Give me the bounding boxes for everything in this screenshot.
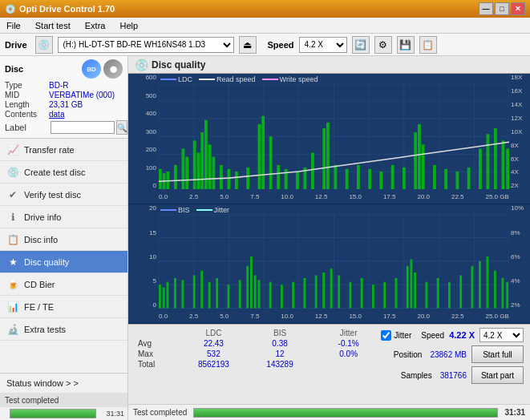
svg-rect-53: [422, 144, 425, 189]
chart-ldc-x-axis: 0.0 2.5 5.0 7.5 10.0 12.5 15.0 17.5 20.0…: [159, 189, 509, 204]
nav-cd-bier[interactable]: 🍺 CD Bier: [0, 273, 127, 296]
svg-rect-83: [182, 281, 184, 309]
nav-disc-quality-label: Disc quality: [24, 257, 69, 267]
svg-rect-25: [197, 153, 200, 190]
svg-rect-49: [391, 165, 394, 190]
bottom-progress-bar: [194, 409, 497, 417]
disk-btn[interactable]: 💾: [397, 36, 415, 54]
nav-drive-info[interactable]: ℹ Drive info: [0, 206, 127, 228]
bottom-bar: Test completed 31:31: [128, 404, 530, 420]
nav-create-test-disc[interactable]: 💿 Create test disc: [0, 161, 127, 184]
sidebar-progress-container: [10, 409, 96, 418]
svg-rect-94: [269, 282, 272, 309]
svg-rect-18: [159, 169, 162, 189]
stats-total-label: Total: [135, 359, 179, 370]
menu-help[interactable]: Help: [116, 20, 141, 31]
titlebar: 💿 Opti Drive Control 1.70 — □ ✕: [0, 0, 530, 18]
nav-disc-quality[interactable]: ★ Disc quality: [0, 251, 127, 273]
jitter-checkbox[interactable]: [381, 330, 391, 341]
disc-label-row: Label 🔍: [5, 120, 123, 135]
nav-extra-tests[interactable]: 🔬 Extra tests: [0, 318, 127, 341]
svg-rect-85: [200, 271, 203, 309]
speed-value-display: 4.22 X: [449, 330, 475, 340]
svg-rect-62: [506, 148, 509, 189]
minimize-button[interactable]: —: [479, 2, 493, 15]
svg-rect-110: [426, 282, 428, 309]
disc-label-button[interactable]: 🔍: [116, 120, 127, 135]
position-label: Position: [394, 350, 423, 359]
svg-rect-106: [395, 278, 398, 309]
samples-label: Samples: [401, 371, 432, 380]
settings-btn[interactable]: ⚙: [374, 36, 392, 54]
svg-rect-26: [200, 132, 204, 189]
stats-right-panel: Jitter Speed 4.22 X 4.2 X Position 23862…: [381, 328, 524, 401]
disc-mid-row: MID VERBATIMe (000): [5, 91, 123, 99]
nav-disc-info-label: Disc info: [24, 235, 58, 244]
bottom-status-text: Test completed: [133, 408, 187, 417]
svg-rect-100: [330, 269, 333, 309]
status-text: Test completed: [0, 393, 127, 407]
disc-quality-header: 💿 Disc quality: [128, 56, 530, 74]
jitter-checkbox-label[interactable]: Jitter: [381, 330, 412, 341]
verify-test-disc-icon: ✔: [6, 189, 19, 200]
svg-rect-95: [281, 285, 283, 309]
svg-rect-51: [414, 132, 417, 189]
stats-total-row: Total 8562193 143289: [135, 359, 374, 370]
stats-max-ldc: 532: [179, 349, 249, 359]
svg-rect-82: [174, 278, 176, 309]
svg-rect-114: [471, 266, 474, 309]
svg-rect-102: [350, 282, 352, 309]
menu-extra[interactable]: Extra: [82, 20, 109, 31]
svg-rect-56: [456, 172, 459, 189]
legend-ldc-label: LDC: [178, 75, 192, 83]
nav-transfer-rate[interactable]: 📈 Transfer rate: [0, 139, 127, 161]
eject-btn[interactable]: ⏏: [239, 36, 257, 54]
svg-rect-90: [246, 266, 249, 309]
nav-cd-bier-label: CD Bier: [24, 280, 55, 289]
stats-panel: LDC BIS Jitter Avg 22.43 0.38: [128, 324, 530, 404]
svg-rect-98: [315, 276, 318, 309]
svg-rect-36: [269, 136, 273, 189]
disc-panel-header: Disc BD ⬤: [5, 59, 123, 79]
start-part-button[interactable]: Start part: [471, 366, 524, 384]
svg-rect-33: [246, 168, 249, 189]
refresh-btn[interactable]: 🔄: [352, 36, 370, 54]
nav-verify-test-disc[interactable]: ✔ Verify test disc: [0, 184, 127, 206]
menu-start-test[interactable]: Start test: [32, 20, 74, 31]
drive-select[interactable]: (H:) HL-DT-ST BD-RE WH16NS48 1.D3: [58, 37, 234, 53]
close-button[interactable]: ✕: [511, 2, 525, 15]
chart-bis: BIS Jitter 20 15 10 5 0 10%: [128, 204, 530, 324]
svg-rect-87: [216, 278, 218, 309]
svg-rect-84: [193, 276, 196, 309]
start-full-button[interactable]: Start full: [471, 345, 524, 363]
disc-contents-row: Contents data: [5, 110, 123, 119]
chart-ldc-legend: LDC Read speed Write speed: [160, 75, 318, 83]
status-window-button[interactable]: Status window > >: [0, 374, 127, 393]
svg-rect-35: [261, 116, 265, 190]
disc-type-value: BD-R: [49, 81, 123, 90]
maximize-button[interactable]: □: [495, 2, 509, 15]
titlebar-left: 💿 Opti Drive Control 1.70: [5, 4, 115, 14]
chart-ldc: LDC Read speed Write speed 600 500 400: [128, 74, 530, 204]
disc-contents-value[interactable]: data: [49, 110, 123, 119]
legend-jitter: Jitter: [196, 206, 230, 214]
svg-rect-116: [487, 256, 489, 309]
disc-length-value: 23,31 GB: [49, 100, 123, 109]
speed-select-stats[interactable]: 4.2 X: [479, 328, 524, 342]
disc-label-input[interactable]: [51, 121, 115, 134]
speed-select[interactable]: 4.2 X: [299, 37, 347, 53]
svg-rect-61: [502, 140, 505, 189]
drive-icon-btn[interactable]: 💿: [35, 36, 53, 54]
save-btn[interactable]: 📋: [419, 36, 437, 54]
svg-rect-91: [250, 256, 253, 309]
svg-rect-99: [322, 273, 325, 309]
disc-mid-value: VERBATIMe (000): [49, 91, 123, 99]
menu-file[interactable]: File: [3, 20, 24, 31]
nav-disc-info[interactable]: 📋 Disc info: [0, 228, 127, 251]
disc-label-label: Label: [5, 123, 49, 132]
nav-fe-te[interactable]: 📊 FE / TE: [0, 296, 127, 318]
svg-rect-113: [459, 276, 462, 309]
stats-avg-label: Avg: [135, 338, 179, 349]
chart-bis-y-axis-left: 20 15 10 5 0: [128, 204, 159, 309]
svg-rect-104: [372, 285, 374, 309]
